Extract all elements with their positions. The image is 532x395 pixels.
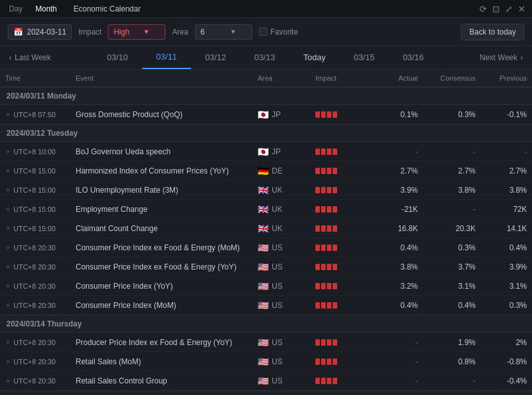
week-date-03-12[interactable]: 03/12 <box>191 46 240 69</box>
previous-value: -0.8% <box>476 357 527 366</box>
time-cell: ★UTC+8 20:30 <box>5 377 76 385</box>
impact-bar <box>333 283 337 289</box>
impact-bar <box>327 111 331 118</box>
refresh-icon[interactable]: ⟳ <box>479 4 487 14</box>
table-row[interactable]: ★UTC+8 10:00BoJ Governor Ueda speech🇯🇵JP… <box>0 142 532 161</box>
previous-value: -0.4% <box>476 376 527 385</box>
previous-value: 72K <box>476 205 527 214</box>
impact-bar <box>315 225 320 232</box>
impact-cell <box>315 283 373 289</box>
impact-bar <box>327 168 331 174</box>
week-date-03-10[interactable]: 03/10 <box>93 46 142 69</box>
impact-bar <box>321 339 326 346</box>
prev-week-button[interactable]: ‹ Last Week <box>0 46 60 69</box>
event-name: Employment Change <box>76 205 258 214</box>
table-row[interactable]: ★UTC+8 20:30Consumer Price Index (MoM)🇺🇸… <box>0 296 532 315</box>
impact-bar <box>315 187 320 193</box>
consensus-value: 0.4% <box>418 301 476 310</box>
next-week-label: Next Week <box>480 53 517 62</box>
table-row[interactable]: ★UTC+8 20:30Retail Sales Control Group🇺🇸… <box>0 371 532 391</box>
table-row[interactable]: ★UTC+8 20:30Consumer Price Index ex Food… <box>0 238 532 257</box>
impact-bar <box>333 339 337 346</box>
impact-bar <box>321 378 326 384</box>
impact-bar <box>315 264 320 270</box>
date-picker[interactable]: 📅 2024-03-11 <box>8 24 72 40</box>
actual-value: - <box>373 338 418 347</box>
impact-bar <box>327 187 331 193</box>
actual-value: 0.1% <box>373 110 418 119</box>
impact-bar <box>321 283 326 289</box>
impact-bar <box>333 206 337 213</box>
titlebar: Day Month Economic Calendar ⟳ ⊡ ⤢ ✕ <box>0 0 532 18</box>
country-flag: 🇩🇪 <box>258 166 269 176</box>
week-date-03-11[interactable]: 03/11 <box>142 46 192 69</box>
impact-cell <box>315 111 373 118</box>
consensus-value: 1.9% <box>418 338 476 347</box>
favorite-checkbox[interactable] <box>259 28 267 36</box>
table-row[interactable]: ★UTC+8 15:00ILO Unemployment Rate (3M)🇬🇧… <box>0 181 532 200</box>
layout-icon[interactable]: ⊡ <box>492 4 500 14</box>
event-name: ILO Unemployment Rate (3M) <box>76 186 258 195</box>
event-name: Consumer Price Index ex Food & Energy (Y… <box>76 262 258 271</box>
country-flag: 🇺🇸 <box>258 300 269 310</box>
impact-bar <box>321 245 326 251</box>
event-name: Claimant Count Change <box>76 224 258 233</box>
event-name: Consumer Price Index (MoM) <box>76 301 258 310</box>
impact-bar <box>315 245 320 251</box>
impact-bar <box>315 359 320 365</box>
area-cell: 🇺🇸US <box>258 262 315 272</box>
impact-cell <box>315 206 373 213</box>
table-row[interactable]: ★UTC+8 15:00Employment Change🇬🇧UK-21K-72… <box>0 200 532 219</box>
close-icon[interactable]: ✕ <box>518 4 526 14</box>
chevron-down-icon: ▼ <box>144 28 150 35</box>
table-row[interactable]: ★UTC+8 15:00Harmonized Index of Consumer… <box>0 161 532 181</box>
impact-bar <box>333 149 337 155</box>
actual-value: 3.8% <box>373 262 418 271</box>
table-row[interactable]: ★UTC+8 20:30Retail Sales (MoM)🇺🇸US-0.8%-… <box>0 352 532 371</box>
time-cell: ★UTC+8 10:00 <box>5 148 76 156</box>
time-cell: ★UTC+8 15:00 <box>5 206 76 213</box>
table-row[interactable]: ★UTC+8 07:50Gross Domestic Product (QoQ)… <box>0 105 532 124</box>
day-header: 2024/03/14 Thursday <box>0 315 532 333</box>
week-date-03-15[interactable]: 03/15 <box>340 46 389 69</box>
previous-value: 0.4% <box>476 243 527 252</box>
time-cell: ★UTC+8 15:00 <box>5 167 76 175</box>
impact-value: High <box>113 28 129 36</box>
area-select[interactable]: 6 ▼ <box>195 24 253 40</box>
table-row[interactable]: ★UTC+8 15:00Claimant Count Change🇬🇧UK16.… <box>0 219 532 238</box>
next-week-button[interactable]: Next Week › <box>471 46 532 69</box>
impact-select[interactable]: High ▼ <box>108 24 165 40</box>
week-date-Today[interactable]: Today <box>289 46 340 69</box>
country-flag: 🇺🇸 <box>258 376 269 386</box>
impact-bar <box>321 359 326 365</box>
impact-cell <box>315 264 373 270</box>
area-cell: 🇺🇸US <box>258 300 315 310</box>
col-header-impact: Impact <box>315 74 373 82</box>
previous-value: 14.1K <box>476 224 527 233</box>
week-date-03-16[interactable]: 03/16 <box>388 46 438 69</box>
area-code: US <box>272 243 283 252</box>
country-flag: 🇺🇸 <box>258 337 269 348</box>
expand-icon[interactable]: ⤢ <box>505 4 513 14</box>
consensus-value: 0.8% <box>418 357 476 366</box>
time-cell: ★UTC+8 20:30 <box>5 244 76 252</box>
table-row[interactable]: ★UTC+8 20:30Consumer Price Index ex Food… <box>0 257 532 277</box>
back-today-button[interactable]: Back to today <box>461 24 524 40</box>
area-code: JP <box>272 147 281 156</box>
day-header: 2024/03/12 Tuesday <box>0 124 532 142</box>
impact-bar <box>315 302 320 309</box>
table-row[interactable]: ★UTC+8 20:30Producer Price Index ex Food… <box>0 333 532 352</box>
app-title: Economic Calendar <box>74 4 141 13</box>
table-row[interactable]: ★UTC+8 20:30Consumer Price Index (YoY)🇺🇸… <box>0 277 532 296</box>
country-flag: 🇺🇸 <box>258 262 269 272</box>
week-date-03-13[interactable]: 03/13 <box>240 46 290 69</box>
favorite-checkbox-label[interactable]: Favorite <box>259 28 298 36</box>
impact-bar <box>315 111 320 118</box>
events-table: 2024/03/11 Monday★UTC+8 07:50Gross Domes… <box>0 87 532 395</box>
impact-cell <box>315 225 373 232</box>
consensus-value: - <box>418 205 476 214</box>
tab-month[interactable]: Month <box>33 3 59 15</box>
tab-day[interactable]: Day <box>6 3 25 15</box>
impact-bar <box>333 302 337 309</box>
consensus-value: 0.3% <box>418 243 476 252</box>
